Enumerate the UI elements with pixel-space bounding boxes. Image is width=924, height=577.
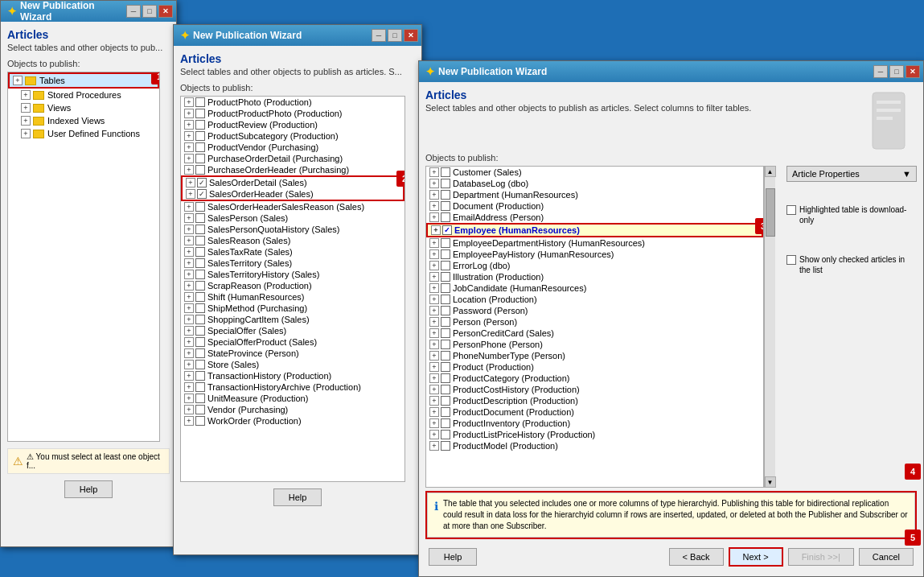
w3-item-24[interactable]: + ProductModel (Production) xyxy=(426,440,763,451)
w3-expand-20[interactable]: + xyxy=(429,396,439,406)
w3-item-13[interactable]: + Person (Person) xyxy=(426,316,763,328)
w2-item-26[interactable]: + UnitMeasure (Production) xyxy=(181,393,405,404)
w2-item-24[interactable]: + TransactionHistory (Production) xyxy=(181,370,405,381)
w3-item-0[interactable]: + Customer (Sales) xyxy=(426,167,763,178)
w2-expand-19[interactable]: + xyxy=(184,315,194,324)
w2-cb-25[interactable] xyxy=(195,382,205,392)
w3-scrollbar[interactable]: ▲ ▼ xyxy=(764,166,775,488)
w2-item-21[interactable]: + SpecialOfferProduct (Sales) xyxy=(181,336,405,348)
w2-item-3[interactable]: + ProductSubcategory (Production) xyxy=(181,130,405,142)
w2-expand-26[interactable]: + xyxy=(184,394,194,403)
w2-cb-4[interactable] xyxy=(195,142,205,152)
w2-expand-7[interactable]: + xyxy=(186,178,195,188)
w3-expand-3[interactable]: + xyxy=(429,201,439,211)
w2-cb-6[interactable] xyxy=(195,165,205,175)
w1-help-btn[interactable]: Help xyxy=(64,480,113,498)
w2-cb-9[interactable] xyxy=(195,202,205,212)
w2-item-15[interactable]: + SalesTerritoryHistory (Sales) xyxy=(181,269,405,280)
w2-expand-11[interactable]: + xyxy=(184,225,194,234)
w3-cb-5[interactable] xyxy=(442,225,452,235)
w2-item-18[interactable]: + ShipMethod (Purchasing) xyxy=(181,303,405,314)
w3-cb-0[interactable] xyxy=(441,167,450,177)
w3-expand-0[interactable]: + xyxy=(429,167,439,177)
w2-item-8[interactable]: + SalesOrderHeader (Sales) xyxy=(183,188,403,200)
w2-expand-22[interactable]: + xyxy=(184,348,194,358)
w2-cb-5[interactable] xyxy=(195,154,205,163)
scrollbar-thumb[interactable] xyxy=(766,188,775,237)
w2-item-16[interactable]: + ScrapReason (Production) xyxy=(181,280,405,291)
w3-expand-6[interactable]: + xyxy=(429,238,439,248)
w2-help-btn[interactable]: Help xyxy=(273,488,322,506)
w3-expand-9[interactable]: + xyxy=(429,272,439,282)
w3-item-5-employee[interactable]: + Employee (HumanResources) xyxy=(428,225,762,236)
w2-expand-5[interactable]: + xyxy=(184,154,194,163)
w2-expand-13[interactable]: + xyxy=(184,247,194,257)
w2-expand-3[interactable]: + xyxy=(184,131,194,141)
w3-cb-2[interactable] xyxy=(441,190,450,200)
w2-item-11[interactable]: + SalesPersonQuotaHistory (Sales) xyxy=(181,224,405,235)
w3-expand-22[interactable]: + xyxy=(429,418,439,428)
w3-expand-18[interactable]: + xyxy=(429,373,439,383)
w2-cb-24[interactable] xyxy=(195,371,205,381)
w2-item-17[interactable]: + Shift (HumanResources) xyxy=(181,291,405,303)
w2-expand-1[interactable]: + xyxy=(184,109,194,118)
close-btn-1[interactable]: ✕ xyxy=(158,5,173,18)
expand-stored[interactable]: + xyxy=(21,90,31,100)
w3-cb-18[interactable] xyxy=(441,373,450,383)
w3-item-8[interactable]: + ErrorLog (dbo) xyxy=(426,260,763,271)
tree-item-views[interactable]: + Views xyxy=(8,101,159,114)
w2-cb-16[interactable] xyxy=(195,281,205,291)
w2-cb-22[interactable] xyxy=(195,348,205,358)
tree-item-tables[interactable]: + Tables xyxy=(8,72,159,89)
w3-cb-7[interactable] xyxy=(441,249,450,259)
w2-cb-15[interactable] xyxy=(195,270,205,279)
w2-cb-8[interactable] xyxy=(197,189,207,199)
w3-cb-21[interactable] xyxy=(441,407,450,417)
w3-cb-12[interactable] xyxy=(441,306,450,315)
w3-expand-4[interactable]: + xyxy=(429,212,439,222)
article-properties-btn[interactable]: Article Properties ▼ xyxy=(786,166,917,182)
w3-cb-24[interactable] xyxy=(441,441,450,451)
w2-cb-13[interactable] xyxy=(195,247,205,257)
w2-cb-1[interactable] xyxy=(195,109,205,118)
w2-cb-26[interactable] xyxy=(195,394,205,403)
w3-back-btn[interactable]: < Back xyxy=(669,548,724,566)
w3-expand-13[interactable]: + xyxy=(429,317,439,327)
w2-cb-21[interactable] xyxy=(195,337,205,347)
w2-item-2[interactable]: + ProductReview (Production) xyxy=(181,119,405,130)
w2-expand-8[interactable]: + xyxy=(186,189,195,199)
w3-item-20[interactable]: + ProductDescription (Production) xyxy=(426,395,763,406)
w2-item-25[interactable]: + TransactionHistoryArchive (Production) xyxy=(181,381,405,393)
w3-help-btn[interactable]: Help xyxy=(429,548,477,566)
show-checked-cb[interactable] xyxy=(786,255,796,265)
w3-cb-1[interactable] xyxy=(441,179,450,188)
w2-expand-12[interactable]: + xyxy=(184,236,194,245)
w3-item-19[interactable]: + ProductCostHistory (Production) xyxy=(426,384,763,395)
w3-item-3[interactable]: + Document (Production) xyxy=(426,200,763,212)
w3-item-9[interactable]: + Illustration (Production) xyxy=(426,271,763,282)
w3-item-18[interactable]: + ProductCategory (Production) xyxy=(426,373,763,384)
w2-expand-15[interactable]: + xyxy=(184,270,194,279)
w2-expand-9[interactable]: + xyxy=(184,202,194,212)
w2-item-4[interactable]: + ProductVendor (Purchasing) xyxy=(181,142,405,153)
expand-tables[interactable]: + xyxy=(13,76,23,85)
w2-cb-17[interactable] xyxy=(195,292,205,302)
w3-cb-19[interactable] xyxy=(441,385,450,394)
w3-cb-3[interactable] xyxy=(441,201,450,211)
w2-expand-17[interactable]: + xyxy=(184,292,194,302)
w2-expand-23[interactable]: + xyxy=(184,360,194,369)
w3-item-16[interactable]: + PhoneNumberType (Person) xyxy=(426,350,763,361)
w3-item-6[interactable]: + EmployeeDepartmentHistory (HumanResour… xyxy=(426,237,763,249)
w2-cb-27[interactable] xyxy=(195,405,205,414)
w2-expand-21[interactable]: + xyxy=(184,337,194,347)
w3-item-15[interactable]: + PersonPhone (Person) xyxy=(426,339,763,350)
w3-cb-11[interactable] xyxy=(441,295,450,304)
w2-item-19[interactable]: + ShoppingCartItem (Sales) xyxy=(181,314,405,325)
w3-item-21[interactable]: + ProductDocument (Production) xyxy=(426,406,763,418)
w3-expand-1[interactable]: + xyxy=(429,179,439,188)
w3-expand-11[interactable]: + xyxy=(429,295,439,304)
w2-expand-20[interactable]: + xyxy=(184,326,194,336)
w3-expand-10[interactable]: + xyxy=(429,283,439,293)
w2-expand-0[interactable]: + xyxy=(184,97,194,107)
w3-cb-14[interactable] xyxy=(441,328,450,338)
